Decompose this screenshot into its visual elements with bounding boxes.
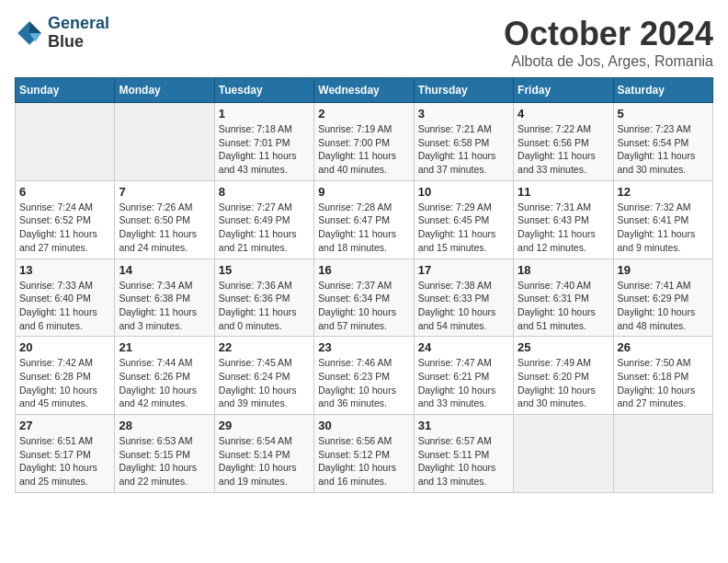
- day-number: 24: [418, 340, 509, 354]
- calendar-cell: 28Sunrise: 6:53 AM Sunset: 5:15 PM Dayli…: [115, 415, 214, 493]
- day-info: Sunrise: 7:41 AM Sunset: 6:29 PM Dayligh…: [618, 279, 709, 333]
- day-info: Sunrise: 6:51 AM Sunset: 5:17 PM Dayligh…: [19, 434, 110, 488]
- day-info: Sunrise: 7:21 AM Sunset: 6:58 PM Dayligh…: [418, 122, 509, 177]
- day-number: 13: [19, 263, 110, 277]
- calendar-cell: 18Sunrise: 7:40 AM Sunset: 6:31 PM Dayli…: [514, 259, 613, 337]
- calendar-cell: 22Sunrise: 7:45 AM Sunset: 6:24 PM Dayli…: [214, 337, 313, 415]
- day-info: Sunrise: 6:53 AM Sunset: 5:15 PM Dayligh…: [119, 434, 210, 488]
- day-number: 9: [318, 185, 409, 199]
- calendar-cell: 20Sunrise: 7:42 AM Sunset: 6:28 PM Dayli…: [16, 337, 115, 415]
- day-number: 21: [119, 340, 210, 354]
- calendar-cell: 25Sunrise: 7:49 AM Sunset: 6:20 PM Dayli…: [514, 337, 613, 415]
- calendar-cell: 11Sunrise: 7:31 AM Sunset: 6:43 PM Dayli…: [514, 180, 613, 259]
- week-row-3: 13Sunrise: 7:33 AM Sunset: 6:40 PM Dayli…: [16, 259, 713, 337]
- calendar-cell: 8Sunrise: 7:27 AM Sunset: 6:49 PM Daylig…: [214, 180, 313, 259]
- logo-icon: [15, 18, 44, 48]
- day-number: 12: [618, 185, 709, 199]
- day-info: Sunrise: 7:42 AM Sunset: 6:28 PM Dayligh…: [19, 356, 110, 410]
- calendar-cell: 21Sunrise: 7:44 AM Sunset: 6:26 PM Dayli…: [115, 337, 214, 415]
- day-number: 29: [219, 419, 310, 432]
- calendar-cell: 9Sunrise: 7:28 AM Sunset: 6:47 PM Daylig…: [314, 180, 414, 259]
- day-info: Sunrise: 7:46 AM Sunset: 6:23 PM Dayligh…: [318, 356, 409, 410]
- weekday-header-friday: Friday: [514, 78, 613, 103]
- day-number: 25: [518, 340, 609, 354]
- day-number: 5: [618, 107, 709, 121]
- day-number: 8: [219, 185, 310, 199]
- weekday-header-wednesday: Wednesday: [314, 78, 414, 103]
- logo-text: General Blue: [48, 15, 109, 52]
- calendar-cell: 30Sunrise: 6:56 AM Sunset: 5:12 PM Dayli…: [314, 415, 414, 493]
- day-info: Sunrise: 7:18 AM Sunset: 7:01 PM Dayligh…: [219, 122, 310, 177]
- calendar-cell: 19Sunrise: 7:41 AM Sunset: 6:29 PM Dayli…: [613, 259, 712, 337]
- day-info: Sunrise: 6:57 AM Sunset: 5:11 PM Dayligh…: [418, 434, 509, 488]
- day-number: 18: [518, 263, 609, 277]
- day-number: 28: [119, 419, 210, 432]
- day-number: 26: [618, 340, 709, 354]
- day-number: 4: [518, 107, 609, 121]
- day-info: Sunrise: 7:29 AM Sunset: 6:45 PM Dayligh…: [418, 201, 509, 255]
- day-info: Sunrise: 7:28 AM Sunset: 6:47 PM Dayligh…: [318, 201, 409, 255]
- month-title: October 2024: [504, 15, 713, 53]
- day-number: 14: [119, 263, 210, 277]
- day-number: 23: [318, 340, 409, 354]
- weekday-header-sunday: Sunday: [16, 78, 115, 103]
- day-number: 16: [318, 263, 409, 277]
- day-info: Sunrise: 6:56 AM Sunset: 5:12 PM Dayligh…: [318, 434, 409, 488]
- calendar-cell: 29Sunrise: 6:54 AM Sunset: 5:14 PM Dayli…: [214, 415, 313, 493]
- calendar-cell: [16, 103, 115, 181]
- day-number: 11: [518, 185, 609, 199]
- day-number: 20: [19, 340, 110, 354]
- weekday-header-tuesday: Tuesday: [214, 78, 313, 103]
- day-number: 6: [19, 185, 110, 199]
- weekday-header-monday: Monday: [115, 78, 214, 103]
- day-number: 17: [418, 263, 509, 277]
- day-number: 2: [318, 107, 409, 121]
- calendar-cell: 24Sunrise: 7:47 AM Sunset: 6:21 PM Dayli…: [414, 337, 513, 415]
- calendar-cell: 12Sunrise: 7:32 AM Sunset: 6:41 PM Dayli…: [613, 180, 712, 259]
- day-info: Sunrise: 7:44 AM Sunset: 6:26 PM Dayligh…: [119, 356, 210, 410]
- title-block: October 2024 Albota de Jos, Arges, Roman…: [504, 15, 713, 70]
- calendar-cell: [514, 415, 613, 493]
- day-info: Sunrise: 7:26 AM Sunset: 6:50 PM Dayligh…: [119, 201, 210, 255]
- weekday-header-row: SundayMondayTuesdayWednesdayThursdayFrid…: [16, 78, 713, 103]
- day-info: Sunrise: 6:54 AM Sunset: 5:14 PM Dayligh…: [219, 434, 310, 488]
- day-info: Sunrise: 7:50 AM Sunset: 6:18 PM Dayligh…: [618, 356, 709, 410]
- svg-marker-1: [29, 21, 41, 33]
- calendar-cell: 6Sunrise: 7:24 AM Sunset: 6:52 PM Daylig…: [16, 180, 115, 259]
- week-row-2: 6Sunrise: 7:24 AM Sunset: 6:52 PM Daylig…: [16, 180, 713, 259]
- day-info: Sunrise: 7:38 AM Sunset: 6:33 PM Dayligh…: [418, 279, 509, 333]
- day-info: Sunrise: 7:34 AM Sunset: 6:38 PM Dayligh…: [119, 279, 210, 333]
- calendar-cell: 15Sunrise: 7:36 AM Sunset: 6:36 PM Dayli…: [214, 259, 313, 337]
- weekday-header-saturday: Saturday: [613, 78, 712, 103]
- calendar-cell: 16Sunrise: 7:37 AM Sunset: 6:34 PM Dayli…: [314, 259, 414, 337]
- week-row-4: 20Sunrise: 7:42 AM Sunset: 6:28 PM Dayli…: [16, 337, 713, 415]
- day-info: Sunrise: 7:36 AM Sunset: 6:36 PM Dayligh…: [219, 279, 310, 333]
- day-number: 19: [618, 263, 709, 277]
- day-number: 15: [219, 263, 310, 277]
- calendar-cell: [613, 415, 712, 493]
- day-info: Sunrise: 7:22 AM Sunset: 6:56 PM Dayligh…: [518, 122, 609, 177]
- day-number: 27: [19, 419, 110, 432]
- calendar-cell: 26Sunrise: 7:50 AM Sunset: 6:18 PM Dayli…: [613, 337, 712, 415]
- calendar-cell: 23Sunrise: 7:46 AM Sunset: 6:23 PM Dayli…: [314, 337, 414, 415]
- calendar-cell: [115, 103, 214, 181]
- calendar-cell: 3Sunrise: 7:21 AM Sunset: 6:58 PM Daylig…: [414, 103, 513, 181]
- calendar-cell: 5Sunrise: 7:23 AM Sunset: 6:54 PM Daylig…: [613, 103, 712, 181]
- day-info: Sunrise: 7:37 AM Sunset: 6:34 PM Dayligh…: [318, 279, 409, 333]
- calendar-cell: 27Sunrise: 6:51 AM Sunset: 5:17 PM Dayli…: [16, 415, 115, 493]
- calendar-table: SundayMondayTuesdayWednesdayThursdayFrid…: [15, 77, 713, 493]
- day-info: Sunrise: 7:40 AM Sunset: 6:31 PM Dayligh…: [518, 279, 609, 333]
- day-number: 22: [219, 340, 310, 354]
- calendar-cell: 14Sunrise: 7:34 AM Sunset: 6:38 PM Dayli…: [115, 259, 214, 337]
- calendar-cell: 7Sunrise: 7:26 AM Sunset: 6:50 PM Daylig…: [115, 180, 214, 259]
- week-row-1: 1Sunrise: 7:18 AM Sunset: 7:01 PM Daylig…: [16, 103, 713, 181]
- day-info: Sunrise: 7:31 AM Sunset: 6:43 PM Dayligh…: [518, 201, 609, 255]
- day-number: 30: [318, 419, 409, 432]
- day-info: Sunrise: 7:33 AM Sunset: 6:40 PM Dayligh…: [19, 279, 110, 333]
- weekday-header-thursday: Thursday: [414, 78, 513, 103]
- calendar-cell: 4Sunrise: 7:22 AM Sunset: 6:56 PM Daylig…: [514, 103, 613, 181]
- page-header: General Blue October 2024 Albota de Jos,…: [15, 15, 713, 70]
- day-info: Sunrise: 7:49 AM Sunset: 6:20 PM Dayligh…: [518, 356, 609, 410]
- calendar-cell: 13Sunrise: 7:33 AM Sunset: 6:40 PM Dayli…: [16, 259, 115, 337]
- calendar-cell: 1Sunrise: 7:18 AM Sunset: 7:01 PM Daylig…: [214, 103, 313, 181]
